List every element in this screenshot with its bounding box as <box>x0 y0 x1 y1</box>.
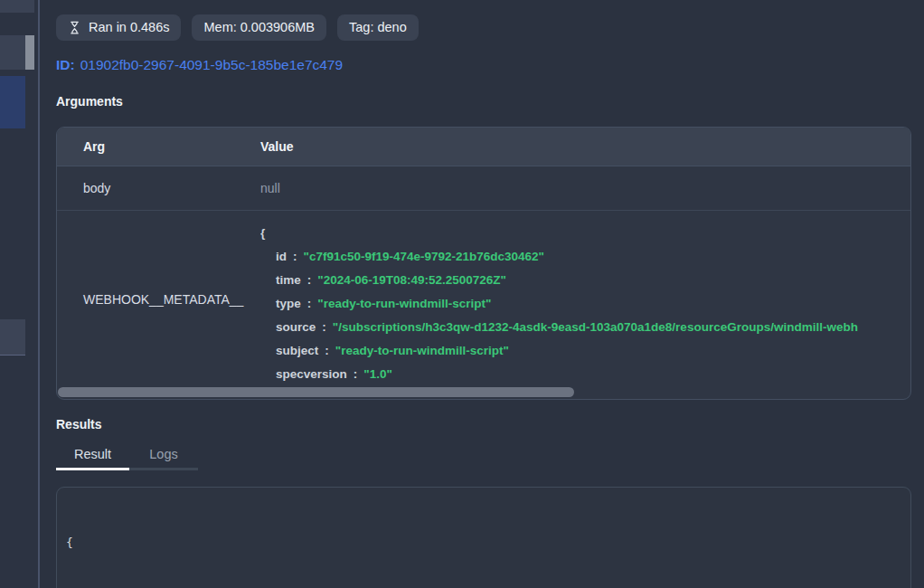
json-key: subject <box>276 344 318 357</box>
json-colon: : <box>325 344 329 357</box>
json-value: "ready-to-run-windmill-script" <box>317 297 491 310</box>
arguments-table: Arg Value body null WEBHOOK__METADATA__ … <box>56 127 911 400</box>
memory-label: Mem: 0.003906MB <box>203 19 315 36</box>
json-value: "ready-to-run-windmill-script" <box>335 344 509 357</box>
side-panel-node[interactable] <box>0 0 34 13</box>
json-key: type <box>276 297 301 310</box>
tab-result[interactable]: Result <box>56 447 129 470</box>
job-id-link[interactable]: 01902fb0-2967-4091-9b5c-185be1e7c479 <box>80 57 343 72</box>
json-colon: : <box>307 273 312 287</box>
side-panel-node-selected[interactable] <box>0 76 25 128</box>
code-line: { <box>66 534 901 552</box>
json-entry: id:"c7f91c50-9f19-474e-9792-21b76dc30462… <box>260 245 910 269</box>
json-object-viewer: { id:"c7f91c50-9f19-474e-9792-21b76dc304… <box>260 211 910 388</box>
table-row: WEBHOOK__METADATA__ { id:"c7f91c50-9f19-… <box>57 211 910 388</box>
arg-name: WEBHOOK__METADATA__ <box>57 211 260 388</box>
job-run-detail: Ran in 0.486s Mem: 0.003906MB Tag: deno … <box>56 0 911 588</box>
memory-badge: Mem: 0.003906MB <box>192 14 326 41</box>
json-open-brace: { <box>260 222 910 245</box>
tag-label: Tag: deno <box>349 19 407 36</box>
json-colon: : <box>354 367 358 381</box>
job-id-label: ID: <box>56 57 75 72</box>
horizontal-scrollbar-thumb[interactable] <box>58 387 574 397</box>
json-colon: : <box>293 250 297 263</box>
json-entry: source:"/subscriptions/h3c3qw-d1232-4asd… <box>260 316 910 339</box>
hourglass-icon <box>68 21 81 34</box>
json-entry: type:"ready-to-run-windmill-script" <box>260 292 910 316</box>
run-duration-label: Ran in 0.486s <box>89 19 169 36</box>
column-header-arg: Arg <box>57 139 260 154</box>
side-panel <box>0 0 40 588</box>
side-panel-node[interactable] <box>0 35 25 70</box>
json-key: id <box>276 250 287 263</box>
column-header-value: Value <box>260 139 910 154</box>
run-duration-badge: Ran in 0.486s <box>56 14 181 41</box>
results-tabs: Result Logs <box>56 447 198 470</box>
json-value: "2024-06-19T08:49:52.2500726Z" <box>317 273 506 287</box>
json-entry: specversion:"1.0" <box>260 363 910 386</box>
results-section-title: Results <box>56 417 102 432</box>
arg-value-null: null <box>260 181 910 195</box>
tag-badge: Tag: deno <box>337 14 419 41</box>
arg-name: body <box>57 181 260 195</box>
result-json-code: { "str": "default arg", "union": "Hello … <box>56 487 911 588</box>
json-entry: time:"2024-06-19T08:49:52.2500726Z" <box>260 269 910 292</box>
json-entry: subject:"ready-to-run-windmill-script" <box>260 339 910 363</box>
side-panel-node[interactable] <box>0 319 25 356</box>
side-panel-scrollbar[interactable] <box>25 35 34 70</box>
tab-logs[interactable]: Logs <box>129 447 198 470</box>
job-id-row: ID:01902fb0-2967-4091-9b5c-185be1e7c479 <box>56 57 343 73</box>
json-value: "/subscriptions/h3c3qw-d1232-4asdk-9easd… <box>333 320 858 334</box>
json-colon: : <box>307 297 312 310</box>
arguments-section-title: Arguments <box>56 94 123 109</box>
run-stats-badges: Ran in 0.486s Mem: 0.003906MB Tag: deno <box>56 14 419 41</box>
json-key: time <box>276 273 301 287</box>
json-value: "1.0" <box>363 367 392 381</box>
json-key: specversion <box>276 367 347 381</box>
json-value: "c7f91c50-9f19-474e-9792-21b76dc30462" <box>304 250 545 263</box>
table-row: body null <box>57 166 910 211</box>
json-colon: : <box>322 320 326 334</box>
json-key: source <box>276 320 316 334</box>
arguments-table-header: Arg Value <box>57 128 910 166</box>
